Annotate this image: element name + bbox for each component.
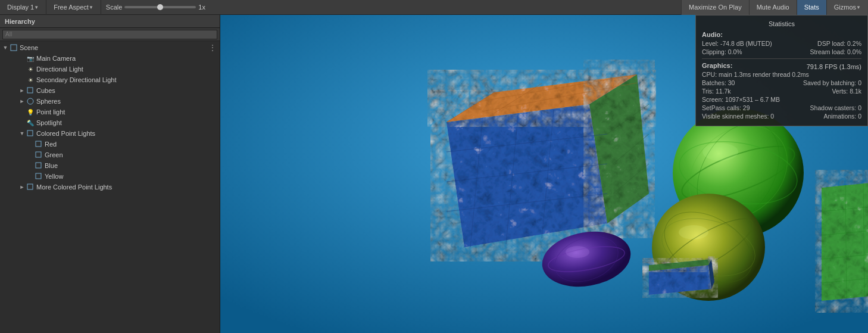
verts-label: Verts: 8.1k	[832, 88, 861, 95]
scale-section: Scale 1x	[101, 4, 210, 11]
colored-lights-icon	[26, 129, 35, 138]
stream-label: Stream load: 0.0%	[810, 48, 861, 55]
stats-button[interactable]: Stats	[797, 0, 826, 15]
setpass-label: SetPass calls: 29	[702, 104, 750, 111]
clipping-label: Clipping: 0.0%	[702, 48, 742, 55]
scene-expand-arrow	[1, 43, 10, 52]
cubes-label: Cubes	[36, 87, 217, 94]
tab-aspect[interactable]: Free Aspect ▼	[46, 0, 101, 15]
setpass-row: SetPass calls: 29 Shadow casters: 0	[702, 104, 861, 111]
search-input[interactable]	[2, 30, 217, 39]
graphics-fps-row: Graphics: 791.8 FPS (1.3ms)	[702, 62, 861, 71]
tree-item-directional-light[interactable]: ☀ Directional Light	[0, 64, 220, 74]
point-light-label: Point light	[36, 108, 217, 116]
more-cpl-arrow[interactable]	[18, 183, 26, 191]
fps-label: 791.8 FPS (1.3ms)	[807, 63, 861, 70]
svg-rect-4	[36, 141, 41, 147]
sdl-no-arrow	[18, 76, 26, 84]
right-toolbar: Maximize On Play Mute Audio Stats Gizmos…	[681, 0, 868, 15]
gizmos-arrow: ▼	[856, 5, 861, 10]
sl-no-arrow	[18, 119, 26, 127]
audio-label: Audio:	[702, 31, 861, 38]
aspect-label: Free Aspect	[54, 4, 89, 11]
maximize-on-play-button[interactable]: Maximize On Play	[681, 0, 749, 15]
green-label: Green	[45, 151, 217, 158]
svg-point-2	[27, 98, 33, 104]
svg-rect-7	[36, 173, 41, 179]
tris-label: Tris: 11.7k	[702, 88, 731, 95]
spheres-label: Spheres	[36, 98, 217, 105]
dsp-label: DSP load: 0.2%	[817, 40, 861, 47]
cubes-arrow[interactable]	[18, 86, 26, 95]
blue-label: Blue	[45, 162, 217, 169]
main-content: Hierarchy Scene ⋮ 📷 Main Camera	[0, 15, 868, 333]
yellow-no-arrow	[26, 172, 35, 180]
gizmos-button[interactable]: Gizmos ▼	[826, 0, 868, 15]
dl-no-arrow	[18, 65, 26, 73]
scene-view[interactable]: Statistics Audio: Level: -74.8 dB (MUTED…	[220, 15, 868, 333]
svg-point-43	[566, 246, 589, 258]
stats-clipping-row: Clipping: 0.0% Stream load: 0.0%	[702, 48, 861, 55]
hierarchy-content[interactable]: Scene ⋮ 📷 Main Camera ☀ Directional Ligh…	[0, 41, 220, 333]
tree-item-yellow[interactable]: Yellow	[0, 171, 220, 182]
tree-item-secondary-directional-light[interactable]: ☀ Secondary Directional Light	[0, 74, 220, 85]
scene-label: Scene	[20, 44, 208, 51]
screen-row: Screen: 1097×531 – 6.7 MB	[702, 96, 861, 103]
animations-label: Animations: 0	[823, 113, 861, 120]
batches-row: Batches: 30 Saved by batching: 0	[702, 79, 861, 86]
svg-point-39	[679, 225, 708, 239]
directional-light-label: Directional Light	[36, 66, 217, 73]
cubes-icon	[26, 86, 35, 95]
tree-item-blue[interactable]: Blue	[0, 160, 220, 171]
scene-more-btn[interactable]: ⋮	[208, 43, 217, 52]
scale-value: 1x	[198, 4, 205, 11]
mute-audio-button[interactable]: Mute Audio	[749, 0, 797, 15]
svg-rect-3	[27, 130, 33, 136]
panel-header: Hierarchy	[0, 15, 220, 28]
skinned-label: Visible skinned meshes: 0	[702, 113, 774, 120]
display-label: Display 1	[7, 4, 34, 11]
batches-label: Batches: 30	[702, 79, 735, 86]
tab-display[interactable]: Display 1 ▼	[0, 0, 46, 15]
saved-label: Saved by batching: 0	[803, 79, 861, 86]
spotlight-icon: 🔦	[26, 119, 35, 127]
tree-item-main-camera[interactable]: 📷 Main Camera	[0, 53, 220, 64]
red-icon	[35, 140, 43, 148]
secondary-light-icon: ☀	[26, 76, 35, 84]
stats-divider	[702, 58, 861, 59]
blue-icon	[35, 161, 43, 170]
tree-item-spheres[interactable]: Spheres	[0, 96, 220, 107]
spheres-icon	[26, 97, 35, 105]
hierarchy-toolbar	[0, 28, 220, 41]
tree-item-colored-point-lights[interactable]: Colored Point Lights	[0, 128, 220, 139]
tree-item-more-colored[interactable]: More Colored Point Lights	[0, 182, 220, 192]
scale-thumb	[157, 4, 163, 10]
more-colored-icon	[26, 183, 35, 191]
tree-item-green[interactable]: Green	[0, 150, 220, 160]
hierarchy-title: Hierarchy	[5, 18, 35, 25]
yellow-label: Yellow	[45, 173, 217, 180]
scale-label: Scale	[106, 4, 123, 11]
spotlight-label: Spotlight	[36, 119, 217, 126]
blue-no-arrow	[26, 161, 35, 170]
stats-panel: Statistics Audio: Level: -74.8 dB (MUTED…	[695, 15, 868, 126]
colored-point-lights-label: Colored Point Lights	[36, 130, 217, 137]
stats-level-row: Level: -74.8 dB (MUTED) DSP load: 0.2%	[702, 40, 861, 47]
level-label: Level: -74.8 dB (MUTED)	[702, 40, 772, 47]
scene-icon	[10, 43, 18, 52]
tree-item-spotlight[interactable]: 🔦 Spotlight	[0, 117, 220, 128]
tree-item-scene[interactable]: Scene ⋮	[0, 42, 220, 53]
svg-rect-1	[27, 88, 33, 93]
tree-item-red[interactable]: Red	[0, 139, 220, 150]
main-camera-label: Main Camera	[36, 55, 217, 62]
red-no-arrow	[26, 140, 35, 148]
tree-item-point-light[interactable]: 💡 Point light	[0, 107, 220, 117]
tree-item-cubes[interactable]: Cubes	[0, 85, 220, 96]
cpl-arrow[interactable]	[18, 129, 26, 138]
svg-rect-8	[27, 184, 33, 189]
camera-icon: 📷	[26, 54, 35, 63]
spheres-arrow[interactable]	[18, 97, 26, 105]
svg-rect-6	[36, 163, 41, 168]
scale-slider[interactable]	[124, 6, 196, 8]
hierarchy-panel: Hierarchy Scene ⋮ 📷 Main Camera	[0, 15, 220, 333]
